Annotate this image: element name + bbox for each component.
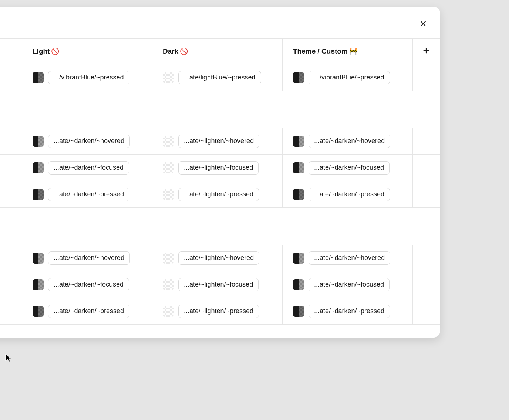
column-label: Theme / Custom	[293, 47, 348, 55]
table-row: ed ...ate/~darken/~focused ...ate/~light…	[0, 271, 440, 298]
value-pill[interactable]: ...ate/~darken/~pressed	[48, 188, 129, 201]
color-swatch	[163, 279, 174, 290]
cell-dark[interactable]: ...ate/~lighten/~focused	[152, 271, 283, 298]
cell-light[interactable]: .../vibrantBlue/~pressed	[22, 64, 152, 91]
column-header-theme[interactable]: Theme / Custom 🚧	[283, 39, 413, 64]
table-row: ed ...ate/~darken/~pressed ...ate/~light…	[0, 181, 440, 208]
cell-dark[interactable]: ...ate/~lighten/~hovered	[152, 245, 283, 271]
value-pill[interactable]: ...ate/~darken/~pressed	[309, 305, 390, 318]
value-pill[interactable]: ...ate/~lighten/~focused	[178, 161, 259, 175]
color-swatch	[293, 162, 304, 173]
value-pill[interactable]: ...ate/~darken/~focused	[309, 161, 390, 175]
value-pill[interactable]: ...ate/lightBlue/~pressed	[178, 71, 261, 84]
table-row: ed ...ate/~darken/~hovered ...ate/~light…	[0, 245, 440, 271]
cell-partial[interactable]: ed	[0, 128, 22, 154]
value-pill[interactable]: ...ate/~darken/~hovered	[309, 135, 390, 148]
cell-trailing	[413, 271, 439, 298]
cell-light[interactable]: ...ate/~darken/~pressed	[22, 181, 152, 207]
cell-light[interactable]: ...ate/~darken/~focused	[22, 155, 152, 181]
cell-dark[interactable]: ...ate/~lighten/~focused	[152, 155, 283, 181]
cell-dark[interactable]: ...ate/lightBlue/~pressed	[152, 64, 283, 91]
close-icon	[419, 20, 427, 28]
value-pill[interactable]: ...ate/~darken/~pressed	[309, 188, 390, 201]
column-label: Dark	[163, 47, 178, 55]
color-swatch	[33, 162, 44, 173]
cell-light[interactable]: ...ate/~darken/~pressed	[22, 298, 152, 324]
value-pill[interactable]: ...ate/~darken/~hovered	[48, 135, 130, 148]
value-pill[interactable]: ...ate/~lighten/~pressed	[178, 188, 259, 201]
color-swatch	[293, 136, 304, 147]
color-swatch	[33, 253, 44, 264]
color-swatch	[163, 136, 174, 147]
color-swatch	[33, 72, 44, 83]
close-button[interactable]	[418, 18, 428, 29]
column-header-light[interactable]: Light 🚫	[22, 39, 152, 64]
table-row: ed ...ate/~darken/~focused ...ate/~light…	[0, 155, 440, 181]
table-row: ed .../vibrantBlue/~pressed ...ate/light…	[0, 64, 440, 91]
value-pill[interactable]: ...ate/~darken/~hovered	[48, 251, 130, 265]
column-header-partial[interactable]	[0, 39, 22, 64]
color-swatch	[293, 279, 304, 290]
cell-trailing	[413, 245, 439, 271]
color-swatch	[33, 306, 44, 317]
variables-table: Light 🚫 Dark 🚫 Theme / Custom 🚧	[0, 38, 440, 325]
value-pill[interactable]: ...ate/~lighten/~pressed	[178, 305, 259, 318]
cell-trailing	[413, 298, 439, 324]
value-pill[interactable]: .../vibrantBlue/~pressed	[48, 71, 129, 84]
plus-icon	[422, 47, 430, 56]
cursor-icon	[4, 353, 13, 362]
cell-partial[interactable]: ed	[0, 181, 22, 207]
cell-theme[interactable]: ...ate/~darken/~hovered	[283, 245, 413, 271]
color-swatch	[293, 253, 304, 264]
value-pill[interactable]: ...ate/~darken/~hovered	[309, 251, 390, 265]
add-column-button[interactable]	[413, 39, 439, 64]
color-swatch	[293, 72, 304, 83]
value-pill[interactable]: ...ate/~darken/~focused	[48, 278, 129, 291]
color-swatch	[293, 306, 304, 317]
cell-trailing	[413, 181, 439, 207]
table-row: ed ...ate/~darken/~hovered ...ate/~light…	[0, 128, 440, 155]
value-pill[interactable]: ...ate/~darken/~focused	[48, 161, 129, 175]
cell-dark[interactable]: ...ate/~lighten/~pressed	[152, 181, 283, 207]
cell-partial[interactable]: ed	[0, 271, 22, 298]
cell-trailing	[413, 64, 439, 91]
variables-panel: Light 🚫 Dark 🚫 Theme / Custom 🚧	[0, 7, 440, 338]
cell-light[interactable]: ...ate/~darken/~focused	[22, 271, 152, 298]
cell-partial[interactable]: ed	[0, 64, 22, 91]
value-pill[interactable]: ...ate/~lighten/~focused	[178, 278, 259, 291]
cell-dark[interactable]: ...ate/~lighten/~hovered	[152, 128, 283, 154]
cell-theme[interactable]: ...ate/~darken/~pressed	[283, 181, 413, 207]
cell-theme[interactable]: .../vibrantBlue/~pressed	[283, 64, 413, 91]
color-swatch	[163, 253, 174, 264]
color-swatch	[293, 189, 304, 200]
cell-light[interactable]: ...ate/~darken/~hovered	[22, 128, 152, 154]
cell-partial[interactable]: ed	[0, 298, 22, 324]
cell-partial[interactable]: ed	[0, 245, 22, 271]
column-label: Light	[33, 47, 50, 55]
cell-theme[interactable]: ...ate/~darken/~focused	[283, 271, 413, 298]
color-swatch	[33, 279, 44, 290]
group-spacer	[0, 208, 440, 245]
value-pill[interactable]: ...ate/~lighten/~hovered	[178, 135, 259, 148]
cell-light[interactable]: ...ate/~darken/~hovered	[22, 245, 152, 271]
cell-theme[interactable]: ...ate/~darken/~pressed	[283, 298, 413, 324]
value-pill[interactable]: ...ate/~darken/~pressed	[48, 305, 129, 318]
color-swatch	[163, 306, 174, 317]
value-pill[interactable]: ...ate/~lighten/~hovered	[178, 251, 259, 265]
color-swatch	[163, 162, 174, 173]
color-swatch	[33, 189, 44, 200]
table-header-row: Light 🚫 Dark 🚫 Theme / Custom 🚧	[0, 38, 440, 64]
color-swatch	[163, 189, 174, 200]
group-spacer	[0, 91, 440, 128]
value-pill[interactable]: .../vibrantBlue/~pressed	[309, 71, 390, 84]
construction-icon: 🚧	[349, 47, 357, 55]
color-swatch	[163, 72, 174, 83]
value-pill[interactable]: ...ate/~darken/~focused	[309, 278, 390, 291]
color-swatch	[33, 136, 44, 147]
cell-dark[interactable]: ...ate/~lighten/~pressed	[152, 298, 283, 324]
column-header-dark[interactable]: Dark 🚫	[152, 39, 283, 64]
prohibited-icon: 🚫	[51, 47, 59, 55]
cell-theme[interactable]: ...ate/~darken/~hovered	[283, 128, 413, 154]
cell-partial[interactable]: ed	[0, 155, 22, 181]
cell-theme[interactable]: ...ate/~darken/~focused	[283, 155, 413, 181]
